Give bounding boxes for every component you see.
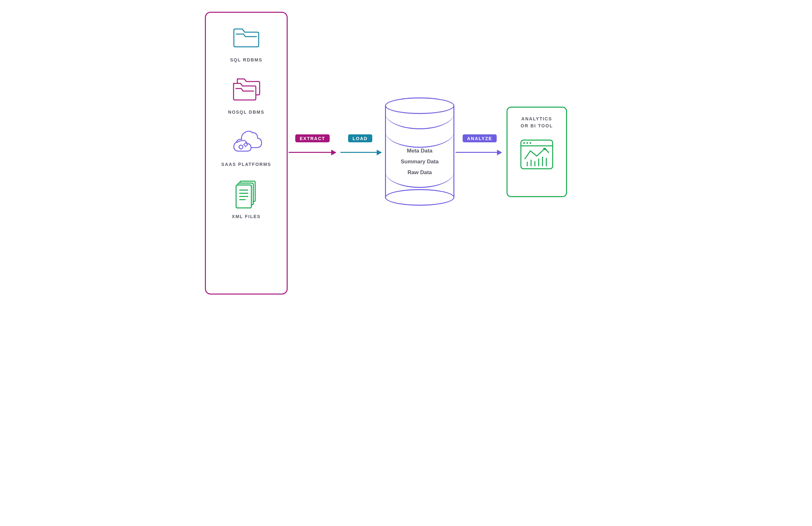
- source-saas-platforms: SAAS PLATFORMS: [221, 126, 272, 167]
- svg-line-6: [242, 148, 243, 149]
- source-sql-rdbms: SQL RDBMS: [230, 22, 262, 62]
- sources-panel: SQL RDBMS NOSQL DBMS: [205, 12, 288, 295]
- load-badge: LOAD: [348, 134, 372, 142]
- elt-diagram: SQL RDBMS NOSQL DBMS: [169, 0, 643, 307]
- extract-badge: EXTRACT: [295, 134, 330, 142]
- analytics-panel: ANALYTICS OR BI TOOL: [507, 106, 567, 197]
- svg-rect-18: [521, 140, 553, 169]
- db-row-raw: Raw Data: [385, 169, 454, 176]
- analytics-window-icon: [519, 137, 554, 172]
- arrow-load-icon: [340, 152, 381, 153]
- db-row-summary: Summary Data: [385, 159, 454, 165]
- arrow-extract-icon: [289, 152, 336, 153]
- source-xml-files: XML FILES: [230, 178, 262, 219]
- source-nosql-dbms: NOSQL DBMS: [228, 74, 265, 115]
- analyze-badge: ANALYZE: [463, 134, 497, 142]
- svg-line-8: [242, 145, 243, 146]
- svg-point-22: [530, 142, 531, 144]
- cloud-gears-icon: [230, 126, 262, 158]
- source-label: SQL RDBMS: [230, 57, 262, 62]
- analytics-title: ANALYTICS OR BI TOOL: [521, 115, 553, 130]
- source-label: SAAS PLATFORMS: [221, 162, 272, 167]
- svg-line-7: [239, 148, 240, 149]
- database-cylinder-icon: Meta Data Summary Data Raw Data: [385, 97, 454, 206]
- folder-stack-icon: [230, 74, 262, 106]
- arrow-analyze-icon: [455, 152, 502, 153]
- document-stack-icon: [230, 178, 262, 210]
- folder-icon: [230, 22, 262, 54]
- svg-line-5: [239, 145, 240, 146]
- db-row-meta: Meta Data: [385, 148, 454, 154]
- source-label: NOSQL DBMS: [228, 110, 265, 115]
- svg-point-21: [526, 142, 528, 144]
- source-label: XML FILES: [232, 214, 261, 219]
- svg-point-20: [523, 142, 525, 144]
